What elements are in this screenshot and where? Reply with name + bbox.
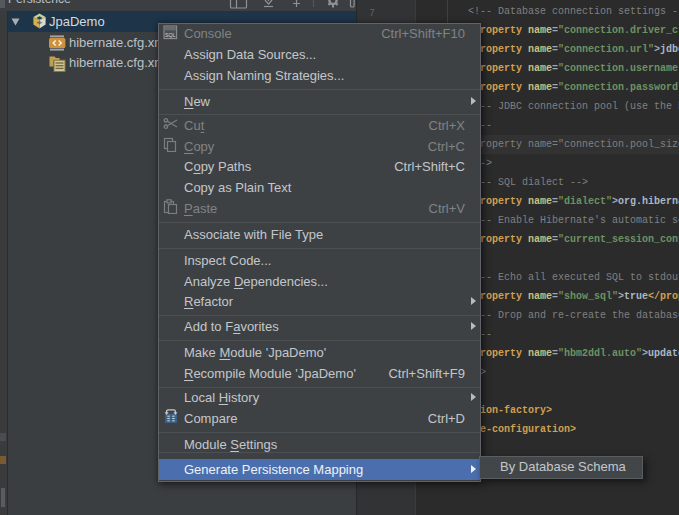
svg-text:SQL: SQL xyxy=(165,32,176,38)
